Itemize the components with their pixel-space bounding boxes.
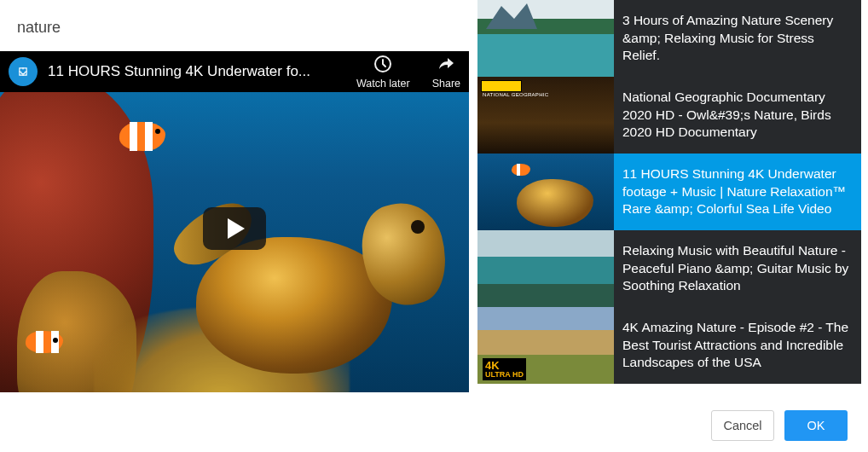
- watch-later-label: Watch later: [356, 78, 410, 90]
- cancel-button[interactable]: Cancel: [711, 410, 774, 441]
- video-list-item[interactable]: 3 Hours of Amazing Nature Scenery &amp; …: [477, 0, 861, 77]
- share-button[interactable]: Share: [432, 54, 460, 90]
- channel-logo-icon: [14, 63, 32, 80]
- dialog-footer: Cancel OK: [0, 399, 868, 452]
- video-list-item[interactable]: NATIONAL GEOGRAPHIC National Geographic …: [477, 77, 861, 154]
- video-list-item-selected[interactable]: 11 HOURS Stunning 4K Underwater footage …: [477, 154, 861, 230]
- play-button[interactable]: [203, 207, 266, 250]
- player-top-bar: 11 HOURS Stunning 4K Underwater fo... Wa…: [0, 51, 469, 92]
- video-title: 11 HOURS Stunning 4K Underwater footage …: [614, 165, 861, 219]
- player-title: 11 HOURS Stunning 4K Underwater fo...: [48, 63, 348, 80]
- video-title: 3 Hours of Amazing Nature Scenery &amp; …: [614, 12, 861, 66]
- svg-point-0: [15, 64, 31, 79]
- share-icon: [436, 54, 456, 74]
- video-title: 4K Amazing Nature - Episode #2 - The Bes…: [614, 319, 861, 373]
- video-thumbnail: [477, 230, 614, 307]
- video-list-item[interactable]: 4KULTRA HD 4K Amazing Nature - Episode #…: [477, 307, 861, 384]
- ok-button[interactable]: OK: [784, 410, 848, 441]
- video-thumbnail: [477, 154, 614, 230]
- player-actions: Watch later Share: [356, 54, 460, 90]
- video-thumbnail: 4KULTRA HD: [477, 307, 614, 384]
- share-label: Share: [432, 78, 460, 90]
- search-input[interactable]: [17, 19, 460, 37]
- watch-later-button[interactable]: Watch later: [356, 54, 410, 90]
- video-thumbnail: [477, 0, 614, 77]
- video-title: Relaxing Music with Beautiful Nature - P…: [614, 242, 861, 296]
- natgeo-badge: NATIONAL GEOGRAPHIC: [483, 92, 548, 98]
- video-thumbnail: NATIONAL GEOGRAPHIC: [477, 77, 614, 154]
- clock-icon: [373, 54, 393, 74]
- channel-avatar[interactable]: [9, 57, 38, 86]
- video-list-item[interactable]: Relaxing Music with Beautiful Nature - P…: [477, 230, 861, 307]
- video-title: National Geographic Documentary 2020 HD …: [614, 89, 861, 142]
- video-list: 3 Hours of Amazing Nature Scenery &amp; …: [477, 0, 861, 384]
- video-player: 11 HOURS Stunning 4K Underwater fo... Wa…: [0, 51, 469, 392]
- resolution-badge: 4KULTRA HD: [483, 358, 526, 380]
